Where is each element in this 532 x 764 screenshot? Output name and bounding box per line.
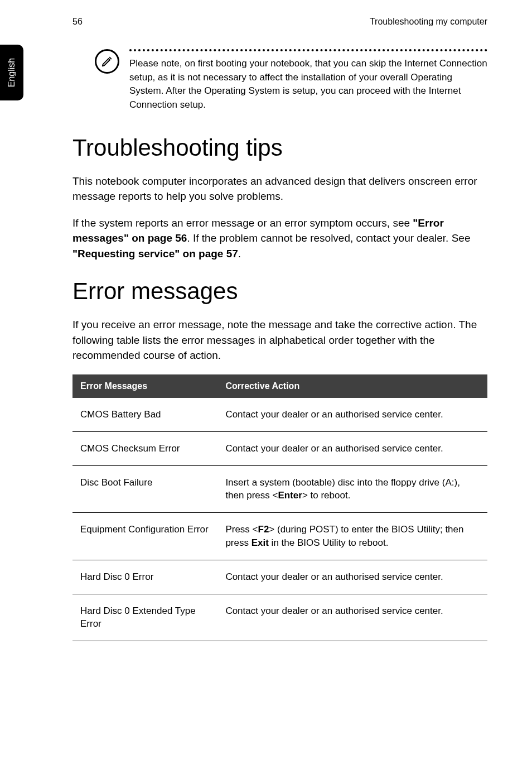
action-suffix: in the BIOS Utility to reboot. [269, 537, 388, 548]
err-action: Insert a system (bootable) disc into the… [217, 465, 487, 513]
error-table: Error Messages Corrective Action CMOS Ba… [72, 374, 487, 641]
page-number: 56 [72, 17, 83, 27]
table-head-row: Error Messages Corrective Action [72, 374, 487, 398]
table-row: Hard Disc 0 Extended Type Error Contact … [72, 594, 487, 641]
action-bold: F2 [258, 524, 269, 535]
note-block: Please note, on first booting your noteb… [95, 49, 487, 112]
err-action: Contact your dealer or an authorised ser… [217, 594, 487, 641]
dotted-rule [129, 49, 487, 51]
err-action: Contact your dealer or an authorised ser… [217, 560, 487, 594]
tips-para-2: If the system reports an error message o… [72, 215, 487, 262]
tips-para-1: This notebook computer incorporates an a… [72, 174, 487, 204]
tips-p2-prefix: If the system reports an error message o… [72, 217, 413, 229]
err-action: Contact your dealer or an authorised ser… [217, 431, 487, 465]
table-head-col2: Corrective Action [217, 374, 487, 398]
errors-intro: If you receive an error message, note th… [72, 317, 487, 363]
tips-p2-mid: . If the problem cannot be resolved, con… [187, 232, 470, 244]
language-tab-label: English [7, 58, 17, 87]
running-title: Troubleshooting my computer [370, 17, 487, 27]
err-action: Contact your dealer or an authorised ser… [217, 398, 487, 431]
tips-p2-suffix: . [238, 248, 241, 260]
section-title-errors: Error messages [72, 278, 487, 305]
language-tab: English [0, 45, 23, 100]
action-bold-2: Exit [252, 537, 269, 548]
note-body: Please note, on first booting your noteb… [129, 49, 487, 112]
err-msg: Hard Disc 0 Error [72, 560, 217, 594]
action-bold: Enter [278, 490, 302, 501]
table-row: CMOS Checksum Error Contact your dealer … [72, 431, 487, 465]
section-title-tips: Troubleshooting tips [72, 134, 487, 161]
table-row: Hard Disc 0 Error Contact your dealer or… [72, 560, 487, 594]
err-action: Press <F2> (during POST) to enter the BI… [217, 513, 487, 560]
page-root: English 56 Troubleshooting my computer P… [0, 0, 532, 764]
action-prefix: Press < [225, 524, 258, 535]
err-msg: Disc Boot Failure [72, 465, 217, 513]
table-row: Equipment Configuration Error Press <F2>… [72, 513, 487, 560]
action-suffix: > to reboot. [302, 490, 350, 501]
err-msg: CMOS Battery Bad [72, 398, 217, 431]
note-text: Please note, on first booting your noteb… [129, 57, 487, 112]
table-row: CMOS Battery Bad Contact your dealer or … [72, 398, 487, 431]
pencil-icon [95, 49, 119, 74]
tips-p2-link2: "Requesting service" on page 57 [72, 248, 238, 260]
table-head-col1: Error Messages [72, 374, 217, 398]
err-msg: Hard Disc 0 Extended Type Error [72, 594, 217, 641]
err-msg: Equipment Configuration Error [72, 513, 217, 560]
pencil-svg [101, 55, 113, 68]
err-msg: CMOS Checksum Error [72, 431, 217, 465]
page-header: 56 Troubleshooting my computer [72, 17, 487, 27]
table-row: Disc Boot Failure Insert a system (boota… [72, 465, 487, 513]
